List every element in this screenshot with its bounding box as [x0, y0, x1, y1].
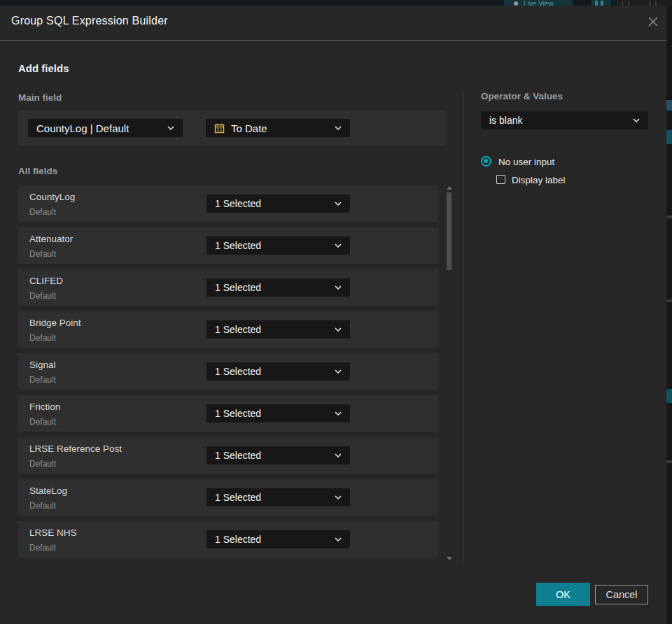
chevron-down-icon: [335, 537, 342, 541]
operator-dropdown[interactable]: is blank: [481, 111, 648, 129]
field-subtitle: Default: [29, 417, 56, 427]
field-select-dropdown[interactable]: 1 Selected: [206, 278, 350, 297]
screen: Live View Group SQL Expression Builder A…: [0, 0, 672, 624]
main-field-dropdown-value: CountyLog | Default: [36, 122, 167, 134]
scrollbar-thumb[interactable]: [447, 192, 451, 270]
chevron-down-icon: [335, 495, 342, 499]
field-subtitle: Default: [29, 291, 56, 301]
radio-selected-icon[interactable]: [481, 156, 491, 166]
chevron-down-icon: [335, 243, 342, 248]
background-sliver: [666, 130, 672, 144]
field-row: Bridge Point Default 1 Selected: [18, 311, 438, 348]
background-sliver: [666, 215, 672, 218]
field-name: Bridge Point: [29, 318, 81, 328]
topbar-bar-icon: [601, 1, 603, 6]
field-name: Signal: [29, 360, 56, 370]
topbar-segment: [616, 0, 672, 6]
field-row: Friction Default 1 Selected: [18, 395, 438, 432]
operator-dropdown-value: is blank: [489, 115, 633, 126]
background-app-topbar: Live View: [0, 0, 672, 6]
chevron-down-icon: [335, 126, 342, 130]
chevron-down-icon: [633, 118, 640, 122]
field-select-dropdown[interactable]: 1 Selected: [206, 530, 350, 548]
chevron-down-icon: [335, 201, 342, 206]
field-select-dropdown[interactable]: 1 Selected: [206, 404, 350, 423]
no-user-input-label: No user input: [498, 157, 554, 167]
scroll-down-arrow-icon[interactable]: [447, 557, 452, 560]
field-name: LRSE Reference Post: [29, 444, 122, 454]
field-subtitle: Default: [29, 375, 56, 385]
add-fields-heading: Add fields: [18, 62, 69, 74]
chevron-down-icon: [167, 126, 174, 130]
field-subtitle: Default: [29, 459, 56, 469]
field-subtitle: Default: [29, 543, 56, 553]
background-sliver: [666, 460, 672, 463]
field-name: Friction: [29, 402, 60, 412]
field-select-value: 1 Selected: [215, 534, 335, 545]
main-field-panel: CountyLog | Default To Date: [18, 111, 446, 146]
dialog-group-sql-expression-builder: Group SQL Expression Builder Add fields …: [0, 6, 666, 624]
all-fields-list: CountyLog Default 1 Selected Attenuator …: [18, 185, 438, 563]
field-select-value: 1 Selected: [215, 282, 335, 293]
operator-values-label: Operator & Values: [481, 91, 563, 101]
all-fields-label: All fields: [18, 166, 57, 176]
field-subtitle: Default: [29, 501, 56, 511]
chevron-down-icon: [335, 411, 342, 416]
topbar-separator: [622, 1, 623, 6]
background-sliver: [666, 299, 672, 302]
field-select-value: 1 Selected: [215, 366, 335, 377]
field-name: Attenuator: [29, 234, 73, 244]
field-name: CountyLog: [29, 192, 75, 202]
field-select-dropdown[interactable]: 1 Selected: [206, 446, 350, 465]
main-field-label: Main field: [18, 92, 62, 103]
field-row: Attenuator Default 1 Selected: [18, 227, 438, 264]
main-field-dropdown[interactable]: CountyLog | Default: [28, 119, 183, 137]
field-name: StateLog: [29, 485, 67, 496]
field-name: LRSE NHS: [29, 527, 77, 538]
chevron-down-icon: [335, 285, 342, 290]
scroll-up-arrow-icon[interactable]: [447, 186, 452, 190]
field-name: CLIFED: [29, 276, 63, 286]
field-select-dropdown[interactable]: 1 Selected: [206, 362, 350, 381]
dialog-title: Group SQL Expression Builder: [11, 15, 168, 27]
list-scrollbar[interactable]: [447, 185, 452, 562]
cancel-button[interactable]: Cancel: [595, 585, 648, 604]
vertical-divider: [463, 91, 464, 563]
background-app-panel-edge: [666, 6, 672, 624]
field-select-value: 1 Selected: [215, 408, 335, 419]
field-row: LRSE NHS Default 1 Selected: [18, 521, 438, 558]
field-select-dropdown[interactable]: 1 Selected: [206, 320, 350, 339]
main-field-type-value: To Date: [231, 122, 335, 134]
topbar-bar-icon: [595, 1, 598, 6]
close-icon[interactable]: [648, 16, 659, 27]
field-row: LRSE Reference Post Default 1 Selected: [18, 437, 438, 474]
field-subtitle: Default: [29, 207, 56, 217]
field-select-dropdown[interactable]: 1 Selected: [206, 488, 350, 506]
field-select-value: 1 Selected: [215, 240, 335, 251]
field-row: StateLog Default 1 Selected: [18, 479, 438, 516]
field-subtitle: Default: [29, 333, 56, 343]
field-select-dropdown[interactable]: 1 Selected: [206, 236, 350, 255]
checkbox-unchecked-icon[interactable]: [496, 175, 505, 184]
background-sliver: [666, 100, 672, 111]
topbar-separator: [655, 1, 657, 6]
topbar-separator: [650, 1, 651, 6]
field-row: CountyLog Default 1 Selected: [18, 185, 438, 222]
chevron-down-icon: [335, 369, 342, 374]
field-subtitle: Default: [29, 249, 56, 259]
field-row: Signal Default 1 Selected: [18, 353, 438, 390]
ok-button[interactable]: OK: [536, 583, 590, 606]
topbar-separator: [628, 1, 629, 6]
chevron-down-icon: [335, 327, 342, 332]
field-select-value: 1 Selected: [215, 198, 335, 209]
main-field-type-dropdown[interactable]: To Date: [206, 119, 350, 137]
field-select-dropdown[interactable]: 1 Selected: [206, 194, 350, 213]
header-divider: [0, 40, 666, 41]
field-select-value: 1 Selected: [215, 492, 335, 503]
chevron-down-icon: [335, 453, 342, 458]
background-sliver: [666, 389, 672, 403]
display-label-text: Display label: [512, 175, 566, 185]
calendar-icon: [214, 123, 225, 134]
field-select-value: 1 Selected: [215, 324, 335, 335]
field-row: CLIFED Default 1 Selected: [18, 269, 438, 306]
